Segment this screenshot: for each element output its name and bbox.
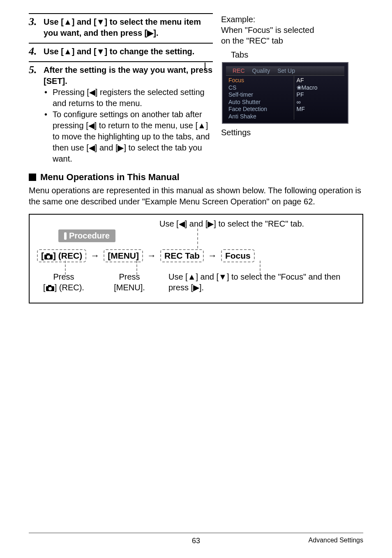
arrow-icon: →: [90, 250, 100, 261]
svg-point-2: [47, 255, 50, 259]
list-item: CS: [228, 84, 291, 92]
list-item: Anti Shake: [228, 113, 291, 120]
svg-rect-4: [48, 285, 51, 287]
subheading: Menu Operations in This Manual: [40, 172, 180, 183]
down-icon: [97, 17, 105, 26]
bullet-1: Pressing [] registers the selected setti…: [53, 87, 213, 109]
svg-point-5: [48, 287, 52, 290]
square-bullet-icon: [29, 174, 36, 181]
list-item: AF: [297, 77, 342, 84]
step-3-num: 3.: [29, 16, 40, 27]
step-4-text: Use [] and [] to change the setting.: [44, 46, 213, 57]
list-item: ❀Macro: [297, 84, 342, 92]
right-icon: [193, 283, 199, 292]
page-footer: 63 Advanced Settings: [29, 533, 363, 544]
up-icon: [64, 17, 72, 26]
list-item: Auto Shutter: [228, 99, 291, 106]
expl-rec: Press [] (REC).: [37, 271, 90, 293]
example-caption: Example: When "Focus" is selected on the…: [221, 14, 363, 46]
up-icon: [64, 47, 72, 56]
right-icon: [208, 219, 214, 228]
down-icon: [219, 272, 227, 281]
procedure-top-note: Use [] and [] to select the "REC" tab.: [159, 219, 304, 229]
seq-menu: [MENU]: [104, 249, 143, 262]
paragraph: Menu operations are represented in this …: [29, 185, 363, 207]
list-item: Focus: [228, 77, 291, 84]
tab-setup: Set Up: [277, 67, 295, 74]
down-icon: [97, 47, 105, 56]
menu-left-list: Focus CS Self-timer Auto Shutter Face De…: [226, 75, 294, 120]
menu-right-list: AF ❀Macro PF ∞ MF: [294, 75, 344, 120]
bullet-2: To configure settings on another tab aft…: [53, 109, 213, 164]
procedure-box: Use [] and [] to select the "REC" tab. P…: [29, 214, 363, 303]
tab-quality: Quality: [252, 67, 270, 74]
up-icon: [198, 121, 206, 130]
list-item: PF: [297, 91, 342, 99]
step-3-text: Use [] and [] to select the menu item yo…: [44, 16, 213, 39]
svg-rect-1: [46, 253, 50, 255]
camera-icon: [46, 285, 55, 292]
step-4-num: 4.: [29, 46, 40, 57]
left-icon: [179, 219, 185, 228]
page-number: 63: [192, 537, 200, 545]
seq-rectab: REC Tab: [160, 249, 204, 262]
bullet-icon: •: [44, 87, 50, 109]
bullet-icon: •: [44, 109, 50, 164]
procedure-badge: Procedure: [58, 229, 115, 242]
list-item: MF: [297, 106, 342, 113]
left-icon: [89, 143, 95, 152]
tabs-label: Tabs: [231, 50, 363, 60]
camera-icon: [44, 253, 53, 260]
expl-focus: Use [] and [] to select the "Focus" and …: [168, 271, 355, 293]
expl-menu: Press [MENU].: [107, 271, 152, 293]
right-icon: [147, 28, 153, 37]
tab-rec: REC: [233, 67, 245, 74]
left-icon: [88, 121, 95, 130]
menu-tabbar: REC Quality Set Up: [226, 66, 344, 76]
badge-bar-icon: [64, 232, 67, 240]
step-5-text: After the setting is the way you want, p…: [44, 65, 213, 87]
list-item: Face Detection: [228, 106, 291, 113]
seq-focus: Focus: [221, 249, 255, 262]
seq-rec: [] (REC): [37, 249, 86, 262]
list-item: ∞: [297, 99, 342, 106]
step-5-num: 5.: [29, 65, 40, 75]
right-icon: [118, 143, 124, 152]
arrow-icon: →: [146, 250, 157, 261]
up-icon: [188, 272, 196, 281]
left-icon: [89, 88, 95, 97]
settings-label: Settings: [221, 128, 363, 137]
menu-screenshot: REC Quality Set Up Focus CS Self-timer A…: [222, 62, 348, 124]
arrow-icon: →: [207, 250, 218, 261]
procedure-sequence: [] (REC) → [MENU] → REC Tab → Focus: [37, 249, 355, 262]
list-item: Self-timer: [228, 91, 291, 99]
footer-section: Advanced Settings: [309, 537, 363, 544]
